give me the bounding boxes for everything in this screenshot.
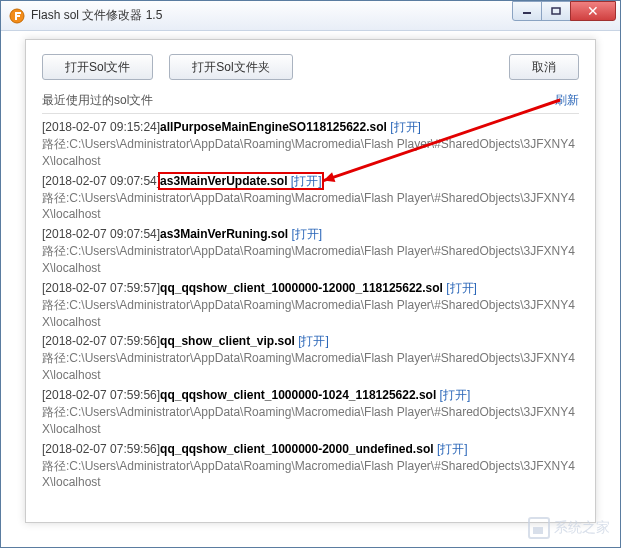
- watermark-icon: [528, 517, 550, 539]
- file-name: qq_qqshow_client_1000000-2000_undefined.…: [160, 442, 433, 456]
- open-sol-file-button[interactable]: 打开Sol文件: [42, 54, 153, 80]
- open-file-link[interactable]: [打开]: [434, 442, 468, 456]
- file-name: as3MainVerUpdate.sol: [160, 174, 287, 188]
- file-path: 路径:C:\Users\Administrator\AppData\Roamin…: [42, 458, 579, 492]
- file-path: 路径:C:\Users\Administrator\AppData\Roamin…: [42, 404, 579, 438]
- file-timestamp: [2018-02-07 09:07:54]: [42, 227, 160, 241]
- file-entry: [2018-02-07 07:59:56]qq_qqshow_client_10…: [42, 386, 579, 438]
- file-path: 路径:C:\Users\Administrator\AppData\Roamin…: [42, 136, 579, 170]
- recent-files-header: 最近使用过的sol文件 刷新: [42, 90, 579, 114]
- file-path: 路径:C:\Users\Administrator\AppData\Roamin…: [42, 297, 579, 331]
- file-entry-line: [2018-02-07 09:15:24]allPurposeMainEngin…: [42, 118, 579, 136]
- file-entry-line: [2018-02-07 09:07:54]as3MainVerRuning.so…: [42, 225, 579, 243]
- window-title: Flash sol 文件修改器 1.5: [31, 7, 513, 24]
- open-file-link[interactable]: [打开]: [387, 120, 421, 134]
- open-file-link[interactable]: [打开]: [443, 281, 477, 295]
- toolbar: 打开Sol文件 打开Sol文件夹 取消: [42, 54, 579, 80]
- file-entry-line: [2018-02-07 07:59:56]qq_show_client_vip.…: [42, 332, 579, 350]
- app-window: Flash sol 文件修改器 1.5 ✕ 打开Sol文件 打开Sol文件夹 取…: [0, 0, 621, 548]
- file-entry: [2018-02-07 09:07:54]as3MainVerRuning.so…: [42, 225, 579, 277]
- file-name: qq_qqshow_client_1000000-1024_118125622.…: [160, 388, 436, 402]
- file-path: 路径:C:\Users\Administrator\AppData\Roamin…: [42, 243, 579, 277]
- maximize-button[interactable]: [541, 1, 571, 21]
- file-entry: [2018-02-07 07:59:56]qq_show_client_vip.…: [42, 332, 579, 384]
- file-entry-line: [2018-02-07 07:59:56]qq_qqshow_client_10…: [42, 386, 579, 404]
- recent-files-label: 最近使用过的sol文件: [42, 92, 555, 109]
- file-timestamp: [2018-02-07 07:59:56]: [42, 388, 160, 402]
- open-file-link[interactable]: [打开]: [436, 388, 470, 402]
- file-path: 路径:C:\Users\Administrator\AppData\Roamin…: [42, 350, 579, 384]
- file-name: allPurposeMainEngineSO118125622.sol: [160, 120, 387, 134]
- open-file-link[interactable]: [打开]: [288, 227, 322, 241]
- file-name: qq_show_client_vip.sol: [160, 334, 295, 348]
- watermark: 系统之家: [528, 517, 610, 539]
- file-name: as3MainVerRuning.sol: [160, 227, 288, 241]
- file-timestamp: [2018-02-07 07:59:56]: [42, 442, 160, 456]
- open-file-link[interactable]: [打开]: [288, 174, 322, 188]
- svg-rect-2: [552, 8, 560, 14]
- file-timestamp: [2018-02-07 09:15:24]: [42, 120, 160, 134]
- window-controls: ✕: [513, 1, 616, 21]
- cancel-button[interactable]: 取消: [509, 54, 579, 80]
- titlebar[interactable]: Flash sol 文件修改器 1.5 ✕: [1, 1, 620, 31]
- minimize-button[interactable]: [512, 1, 542, 21]
- file-entry: [2018-02-07 09:15:24]allPurposeMainEngin…: [42, 118, 579, 170]
- file-name: qq_qqshow_client_1000000-12000_118125622…: [160, 281, 443, 295]
- dialog-content: 打开Sol文件 打开Sol文件夹 取消 最近使用过的sol文件 刷新 [2018…: [25, 39, 596, 523]
- file-timestamp: [2018-02-07 07:59:57]: [42, 281, 160, 295]
- file-entry: [2018-02-07 07:59:56]qq_qqshow_client_10…: [42, 440, 579, 492]
- file-entry: [2018-02-07 07:59:57]qq_qqshow_client_10…: [42, 279, 579, 331]
- app-icon: [9, 8, 25, 24]
- file-entry-line: [2018-02-07 07:59:57]qq_qqshow_client_10…: [42, 279, 579, 297]
- file-entry-line: [2018-02-07 07:59:56]qq_qqshow_client_10…: [42, 440, 579, 458]
- refresh-link[interactable]: 刷新: [555, 92, 579, 109]
- file-entry: [2018-02-07 09:07:54]as3MainVerUpdate.so…: [42, 172, 579, 224]
- close-button[interactable]: ✕: [570, 1, 616, 21]
- file-entry-line: [2018-02-07 09:07:54]as3MainVerUpdate.so…: [42, 172, 579, 190]
- watermark-text: 系统之家: [554, 519, 610, 537]
- open-file-link[interactable]: [打开]: [295, 334, 329, 348]
- file-timestamp: [2018-02-07 07:59:56]: [42, 334, 160, 348]
- file-path: 路径:C:\Users\Administrator\AppData\Roamin…: [42, 190, 579, 224]
- file-timestamp: [2018-02-07 09:07:54]: [42, 174, 160, 188]
- recent-files-list: [2018-02-07 09:15:24]allPurposeMainEngin…: [42, 118, 579, 508]
- open-sol-folder-button[interactable]: 打开Sol文件夹: [169, 54, 292, 80]
- svg-rect-1: [523, 12, 531, 14]
